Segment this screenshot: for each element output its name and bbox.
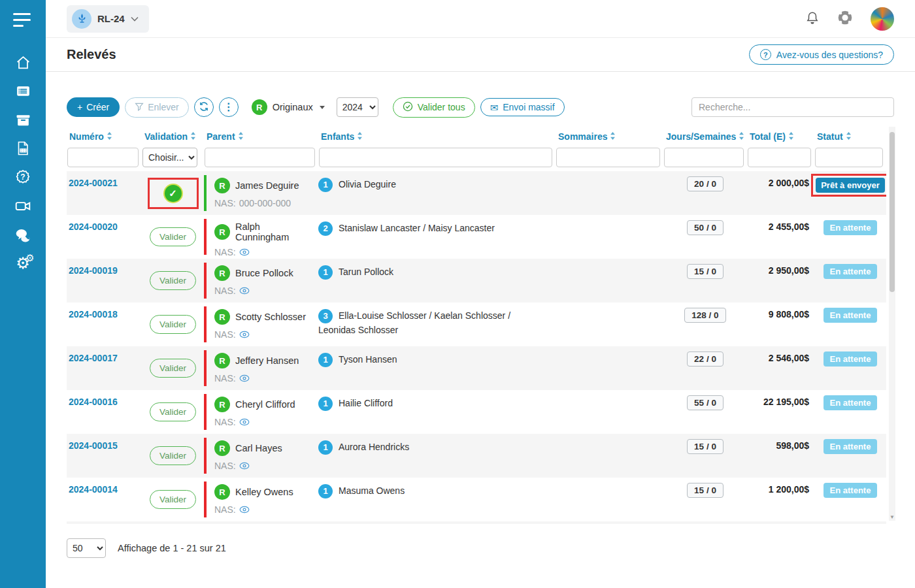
table-row: 2024-00017 Valider RJeffery Hansen NAS: … bbox=[67, 346, 886, 390]
status-highlight-box: Prêt à envoyer bbox=[811, 174, 886, 197]
days-badge: 15 / 0 bbox=[687, 264, 724, 279]
table-scrollbar[interactable]: ▼ bbox=[889, 127, 895, 521]
children-names: Tyson Hansen bbox=[339, 354, 397, 365]
parent-name: Jeffery Hansen bbox=[235, 355, 299, 366]
children-names: Hailie Clifford bbox=[339, 398, 393, 408]
numero-link[interactable]: 2024-00020 bbox=[69, 221, 118, 232]
r-badge-icon: R bbox=[214, 309, 230, 325]
table-filter-row: Choisir... bbox=[67, 146, 886, 171]
filter-numero-input[interactable] bbox=[67, 148, 139, 167]
sort-icon bbox=[107, 131, 112, 142]
sidebar-item-chat[interactable] bbox=[0, 220, 46, 249]
valider-button[interactable]: Valider bbox=[150, 402, 196, 421]
valider-button[interactable]: Valider bbox=[150, 446, 196, 465]
questions-button[interactable]: ? Avez-vous des questions? bbox=[749, 44, 894, 65]
notifications-bell-icon[interactable] bbox=[805, 10, 820, 28]
remove-button[interactable]: Enlever bbox=[125, 97, 188, 118]
list-icon bbox=[15, 83, 31, 99]
days-badge: 15 / 0 bbox=[687, 483, 724, 498]
validated-check-icon: ✓ bbox=[165, 185, 182, 202]
more-options-button[interactable]: ⋮ bbox=[219, 97, 239, 117]
sidebar-item-slips[interactable] bbox=[0, 134, 46, 163]
valider-button[interactable]: Valider bbox=[150, 490, 196, 509]
numero-link[interactable]: 2024-00016 bbox=[69, 397, 118, 407]
table-row: 2024-00021 ✓ RJames Deguire NAS:000-000-… bbox=[67, 171, 886, 215]
sidebar-item-list[interactable] bbox=[0, 76, 46, 105]
menu-icon[interactable] bbox=[13, 13, 33, 27]
r-badge-icon: R bbox=[214, 397, 230, 412]
numero-link[interactable]: 2024-00021 bbox=[69, 178, 118, 188]
help-icon: ? bbox=[14, 169, 31, 186]
filter-validation-select[interactable]: Choisir... bbox=[142, 148, 197, 167]
filter-statut-input[interactable] bbox=[815, 148, 883, 167]
numero-link[interactable]: 2024-00014 bbox=[69, 484, 118, 495]
valider-button[interactable]: Valider bbox=[150, 315, 196, 334]
col-header-statut[interactable]: Statut bbox=[814, 131, 886, 142]
col-header-enfants[interactable]: Enfants bbox=[318, 131, 556, 142]
sidebar-item-video[interactable] bbox=[0, 191, 46, 220]
table-row: 2024-00016 Valider RCheryl Clifford NAS:… bbox=[67, 390, 886, 434]
sidebar-item-settings[interactable]: ⚙⚙ bbox=[0, 249, 46, 278]
filter-icon bbox=[135, 102, 144, 113]
scrollbar-thumb[interactable] bbox=[890, 132, 895, 292]
nas-reveal-eye-icon[interactable] bbox=[239, 287, 250, 295]
type-selector[interactable]: R Originaux bbox=[252, 99, 325, 115]
numero-link[interactable]: 2024-00017 bbox=[69, 353, 118, 363]
nas-reveal-eye-icon[interactable] bbox=[239, 331, 250, 338]
nas-reveal-eye-icon[interactable] bbox=[239, 374, 250, 382]
envelope-icon: ✉ bbox=[490, 103, 499, 112]
children-names: Tarun Pollock bbox=[339, 267, 393, 277]
scrollbar-arrow-down-icon[interactable]: ▼ bbox=[889, 514, 895, 520]
sidebar-item-help[interactable]: ? bbox=[0, 163, 46, 191]
lifebuoy-help-icon[interactable] bbox=[837, 9, 854, 29]
days-badge: 20 / 0 bbox=[687, 176, 724, 191]
col-header-parent[interactable]: Parent bbox=[204, 131, 318, 142]
r-badge-icon: R bbox=[214, 440, 230, 456]
filter-jours-input[interactable] bbox=[664, 148, 744, 167]
nas-reveal-eye-icon[interactable] bbox=[239, 248, 250, 256]
sidebar-item-archive[interactable] bbox=[0, 105, 46, 134]
numero-link[interactable]: 2024-00015 bbox=[69, 440, 118, 451]
numero-link[interactable]: 2024-00019 bbox=[69, 265, 118, 276]
statements-table: Numéro Validation Parent Enfants Sommair… bbox=[67, 127, 886, 524]
col-header-jours-semaines[interactable]: Jours/Semaines bbox=[663, 131, 747, 142]
sort-icon bbox=[238, 131, 244, 142]
filter-total-input[interactable] bbox=[748, 148, 811, 167]
filter-sommaires-input[interactable] bbox=[556, 148, 660, 167]
col-header-total[interactable]: Total (E) bbox=[747, 131, 814, 142]
chat-icon bbox=[14, 226, 31, 243]
col-header-validation[interactable]: Validation bbox=[142, 131, 204, 142]
search-input[interactable] bbox=[691, 97, 894, 117]
children-count-badge: 1 bbox=[318, 265, 333, 280]
valider-button[interactable]: Valider bbox=[150, 227, 196, 246]
document-icon bbox=[15, 140, 31, 156]
user-avatar[interactable] bbox=[871, 7, 894, 31]
status-badge: En attente bbox=[824, 264, 878, 279]
valider-button[interactable]: Valider bbox=[150, 271, 196, 290]
r-badge-icon: R bbox=[252, 99, 267, 115]
mass-send-button[interactable]: ✉ Envoi massif bbox=[480, 98, 565, 116]
nas-reveal-eye-icon[interactable] bbox=[239, 462, 250, 470]
status-badge: En attente bbox=[824, 395, 878, 410]
year-select[interactable]: 2024 bbox=[337, 97, 378, 117]
r-badge-icon: R bbox=[214, 224, 230, 240]
page-size-select[interactable]: 50 bbox=[67, 538, 106, 558]
status-badge: En attente bbox=[824, 308, 878, 323]
filter-enfants-input[interactable] bbox=[319, 148, 552, 167]
video-icon bbox=[14, 197, 31, 214]
create-button[interactable]: + Créer bbox=[67, 97, 120, 117]
nas-reveal-eye-icon[interactable] bbox=[239, 506, 250, 514]
validate-all-button[interactable]: Valider tous bbox=[393, 97, 475, 118]
valider-button[interactable]: Valider bbox=[150, 359, 196, 378]
sort-icon bbox=[846, 131, 852, 142]
product-selector[interactable]: RL-24 bbox=[67, 5, 149, 33]
col-header-sommaires[interactable]: Sommaires bbox=[556, 131, 663, 142]
numero-link[interactable]: 2024-00018 bbox=[69, 309, 118, 319]
sidebar-item-home[interactable] bbox=[0, 48, 46, 76]
nas-reveal-eye-icon[interactable] bbox=[239, 418, 250, 426]
refresh-button[interactable] bbox=[194, 97, 214, 117]
filter-parent-input[interactable] bbox=[205, 148, 315, 167]
plus-icon: + bbox=[77, 102, 82, 112]
page-title: Relevés bbox=[67, 47, 116, 62]
col-header-numero[interactable]: Numéro bbox=[67, 131, 142, 142]
